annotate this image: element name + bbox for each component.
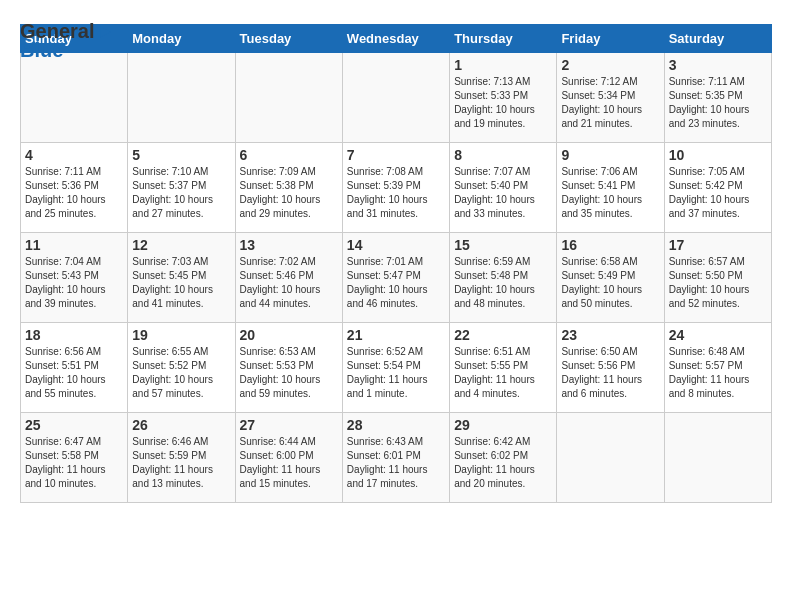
day-number: 17	[669, 237, 767, 253]
calendar-week-row: 18Sunrise: 6:56 AM Sunset: 5:51 PM Dayli…	[21, 323, 772, 413]
day-number: 18	[25, 327, 123, 343]
day-info: Sunrise: 6:53 AM Sunset: 5:53 PM Dayligh…	[240, 345, 338, 401]
calendar-cell: 22Sunrise: 6:51 AM Sunset: 5:55 PM Dayli…	[450, 323, 557, 413]
weekday-header: Monday	[128, 25, 235, 53]
calendar-cell: 12Sunrise: 7:03 AM Sunset: 5:45 PM Dayli…	[128, 233, 235, 323]
day-number: 11	[25, 237, 123, 253]
calendar-cell: 25Sunrise: 6:47 AM Sunset: 5:58 PM Dayli…	[21, 413, 128, 503]
calendar-cell: 13Sunrise: 7:02 AM Sunset: 5:46 PM Dayli…	[235, 233, 342, 323]
day-number: 9	[561, 147, 659, 163]
calendar-week-row: 4Sunrise: 7:11 AM Sunset: 5:36 PM Daylig…	[21, 143, 772, 233]
weekday-header: Thursday	[450, 25, 557, 53]
calendar-cell: 16Sunrise: 6:58 AM Sunset: 5:49 PM Dayli…	[557, 233, 664, 323]
logo: General ► Blue	[20, 20, 114, 62]
header-row: SundayMondayTuesdayWednesdayThursdayFrid…	[21, 25, 772, 53]
calendar-cell: 28Sunrise: 6:43 AM Sunset: 6:01 PM Dayli…	[342, 413, 449, 503]
day-info: Sunrise: 7:02 AM Sunset: 5:46 PM Dayligh…	[240, 255, 338, 311]
calendar-cell	[235, 53, 342, 143]
day-number: 13	[240, 237, 338, 253]
day-number: 12	[132, 237, 230, 253]
day-info: Sunrise: 7:08 AM Sunset: 5:39 PM Dayligh…	[347, 165, 445, 221]
day-info: Sunrise: 7:03 AM Sunset: 5:45 PM Dayligh…	[132, 255, 230, 311]
day-info: Sunrise: 6:56 AM Sunset: 5:51 PM Dayligh…	[25, 345, 123, 401]
calendar-cell: 21Sunrise: 6:52 AM Sunset: 5:54 PM Dayli…	[342, 323, 449, 413]
day-info: Sunrise: 7:05 AM Sunset: 5:42 PM Dayligh…	[669, 165, 767, 221]
day-number: 21	[347, 327, 445, 343]
weekday-header: Tuesday	[235, 25, 342, 53]
weekday-header: Friday	[557, 25, 664, 53]
logo-arrow-icon: ►	[96, 21, 114, 42]
day-info: Sunrise: 6:55 AM Sunset: 5:52 PM Dayligh…	[132, 345, 230, 401]
day-info: Sunrise: 6:43 AM Sunset: 6:01 PM Dayligh…	[347, 435, 445, 491]
day-number: 7	[347, 147, 445, 163]
calendar-cell: 27Sunrise: 6:44 AM Sunset: 6:00 PM Dayli…	[235, 413, 342, 503]
logo-blue: Blue	[20, 39, 63, 62]
day-number: 19	[132, 327, 230, 343]
calendar-body: 1Sunrise: 7:13 AM Sunset: 5:33 PM Daylig…	[21, 53, 772, 503]
calendar-cell: 23Sunrise: 6:50 AM Sunset: 5:56 PM Dayli…	[557, 323, 664, 413]
day-info: Sunrise: 6:50 AM Sunset: 5:56 PM Dayligh…	[561, 345, 659, 401]
day-number: 28	[347, 417, 445, 433]
calendar-cell: 18Sunrise: 6:56 AM Sunset: 5:51 PM Dayli…	[21, 323, 128, 413]
calendar-cell: 11Sunrise: 7:04 AM Sunset: 5:43 PM Dayli…	[21, 233, 128, 323]
calendar-cell	[664, 413, 771, 503]
calendar-cell: 26Sunrise: 6:46 AM Sunset: 5:59 PM Dayli…	[128, 413, 235, 503]
day-number: 4	[25, 147, 123, 163]
calendar-cell: 17Sunrise: 6:57 AM Sunset: 5:50 PM Dayli…	[664, 233, 771, 323]
day-info: Sunrise: 7:01 AM Sunset: 5:47 PM Dayligh…	[347, 255, 445, 311]
day-number: 1	[454, 57, 552, 73]
day-info: Sunrise: 6:51 AM Sunset: 5:55 PM Dayligh…	[454, 345, 552, 401]
calendar-table: SundayMondayTuesdayWednesdayThursdayFrid…	[20, 24, 772, 503]
day-number: 6	[240, 147, 338, 163]
day-info: Sunrise: 7:11 AM Sunset: 5:36 PM Dayligh…	[25, 165, 123, 221]
calendar-cell: 7Sunrise: 7:08 AM Sunset: 5:39 PM Daylig…	[342, 143, 449, 233]
day-number: 23	[561, 327, 659, 343]
calendar-cell: 1Sunrise: 7:13 AM Sunset: 5:33 PM Daylig…	[450, 53, 557, 143]
calendar-cell	[342, 53, 449, 143]
day-number: 15	[454, 237, 552, 253]
day-number: 5	[132, 147, 230, 163]
day-info: Sunrise: 6:48 AM Sunset: 5:57 PM Dayligh…	[669, 345, 767, 401]
day-number: 26	[132, 417, 230, 433]
day-number: 16	[561, 237, 659, 253]
weekday-header: Wednesday	[342, 25, 449, 53]
day-number: 10	[669, 147, 767, 163]
day-number: 8	[454, 147, 552, 163]
day-info: Sunrise: 7:11 AM Sunset: 5:35 PM Dayligh…	[669, 75, 767, 131]
calendar-cell: 5Sunrise: 7:10 AM Sunset: 5:37 PM Daylig…	[128, 143, 235, 233]
calendar-cell: 9Sunrise: 7:06 AM Sunset: 5:41 PM Daylig…	[557, 143, 664, 233]
day-number: 2	[561, 57, 659, 73]
calendar-cell: 4Sunrise: 7:11 AM Sunset: 5:36 PM Daylig…	[21, 143, 128, 233]
calendar-cell: 20Sunrise: 6:53 AM Sunset: 5:53 PM Dayli…	[235, 323, 342, 413]
day-info: Sunrise: 7:10 AM Sunset: 5:37 PM Dayligh…	[132, 165, 230, 221]
calendar-cell: 14Sunrise: 7:01 AM Sunset: 5:47 PM Dayli…	[342, 233, 449, 323]
calendar-week-row: 1Sunrise: 7:13 AM Sunset: 5:33 PM Daylig…	[21, 53, 772, 143]
day-info: Sunrise: 6:42 AM Sunset: 6:02 PM Dayligh…	[454, 435, 552, 491]
day-number: 22	[454, 327, 552, 343]
day-number: 25	[25, 417, 123, 433]
day-number: 20	[240, 327, 338, 343]
calendar-week-row: 11Sunrise: 7:04 AM Sunset: 5:43 PM Dayli…	[21, 233, 772, 323]
calendar-cell: 29Sunrise: 6:42 AM Sunset: 6:02 PM Dayli…	[450, 413, 557, 503]
calendar-cell: 2Sunrise: 7:12 AM Sunset: 5:34 PM Daylig…	[557, 53, 664, 143]
calendar-cell: 10Sunrise: 7:05 AM Sunset: 5:42 PM Dayli…	[664, 143, 771, 233]
calendar-cell	[557, 413, 664, 503]
calendar-header: SundayMondayTuesdayWednesdayThursdayFrid…	[21, 25, 772, 53]
day-info: Sunrise: 7:12 AM Sunset: 5:34 PM Dayligh…	[561, 75, 659, 131]
calendar-cell: 8Sunrise: 7:07 AM Sunset: 5:40 PM Daylig…	[450, 143, 557, 233]
day-info: Sunrise: 7:04 AM Sunset: 5:43 PM Dayligh…	[25, 255, 123, 311]
day-info: Sunrise: 6:46 AM Sunset: 5:59 PM Dayligh…	[132, 435, 230, 491]
day-number: 24	[669, 327, 767, 343]
calendar-cell	[128, 53, 235, 143]
calendar-cell: 3Sunrise: 7:11 AM Sunset: 5:35 PM Daylig…	[664, 53, 771, 143]
day-info: Sunrise: 6:47 AM Sunset: 5:58 PM Dayligh…	[25, 435, 123, 491]
day-info: Sunrise: 6:44 AM Sunset: 6:00 PM Dayligh…	[240, 435, 338, 491]
day-number: 3	[669, 57, 767, 73]
day-info: Sunrise: 7:09 AM Sunset: 5:38 PM Dayligh…	[240, 165, 338, 221]
calendar-cell: 6Sunrise: 7:09 AM Sunset: 5:38 PM Daylig…	[235, 143, 342, 233]
day-info: Sunrise: 7:07 AM Sunset: 5:40 PM Dayligh…	[454, 165, 552, 221]
day-info: Sunrise: 6:57 AM Sunset: 5:50 PM Dayligh…	[669, 255, 767, 311]
day-number: 27	[240, 417, 338, 433]
day-info: Sunrise: 6:59 AM Sunset: 5:48 PM Dayligh…	[454, 255, 552, 311]
calendar-cell: 24Sunrise: 6:48 AM Sunset: 5:57 PM Dayli…	[664, 323, 771, 413]
